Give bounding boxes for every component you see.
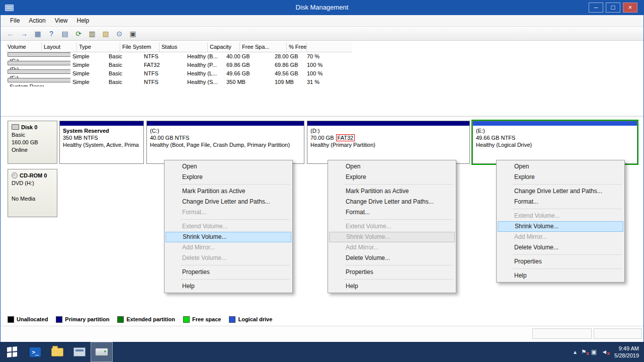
open-icon[interactable]: ▧ <box>100 28 112 39</box>
column-header[interactable]: Free Spa... <box>240 42 287 52</box>
taskbar-powershell-icon[interactable]: >_ <box>24 342 46 362</box>
volume-muted-icon[interactable]: ◄ × <box>601 349 607 355</box>
context-menu-item[interactable]: Open <box>329 161 455 172</box>
context-menu-item[interactable]: Help <box>329 281 455 292</box>
disk-management-window: Disk Management – □ × FileActionViewHelp… <box>0 0 644 342</box>
context-menu-item[interactable]: Extend Volume... <box>166 221 291 232</box>
disk-icon <box>12 124 19 130</box>
column-header[interactable]: File System <box>120 42 159 52</box>
context-menu-item[interactable]: Mark Partition as Active <box>329 186 455 197</box>
context-menu-item[interactable]: Format... <box>166 207 291 218</box>
disk-0-row: Disk 0 Basic 160.00 GB Online System Res… <box>8 121 636 164</box>
context-menu-item[interactable]: Delete Volume... <box>498 242 623 253</box>
context-menu-item[interactable]: Add Mirror... <box>166 242 291 253</box>
cd-rom-header[interactable]: CD-ROM 0 DVD (H:) No Media <box>8 169 57 217</box>
context-menu-item[interactable]: Extend Volume... <box>498 211 623 221</box>
partition-size: 350 MB NTFS <box>63 135 98 141</box>
context-menu-item[interactable]: Open <box>498 161 623 172</box>
context-menu-item <box>181 279 290 280</box>
context-menu-item[interactable]: Add Mirror... <box>498 232 623 242</box>
context-menu-item[interactable]: Open <box>166 161 291 172</box>
context-menu-item[interactable]: Shrink Volume... <box>498 221 623 232</box>
status-bar <box>1 326 643 341</box>
legend-swatch <box>56 316 62 323</box>
context-menu-item[interactable]: Format... <box>329 207 455 218</box>
context-menu-item[interactable]: Delete Volume... <box>166 253 291 263</box>
menu-bar-item[interactable]: View <box>50 15 72 27</box>
context-menu-item[interactable]: Explore <box>166 172 291 183</box>
menu-bar-item[interactable]: File <box>6 15 24 27</box>
window-controls: – □ × <box>589 3 637 13</box>
context-menu-item[interactable]: Properties <box>166 267 291 278</box>
menu-bar-item[interactable]: Help <box>72 15 94 27</box>
export-list-icon[interactable]: ▥ <box>86 28 98 39</box>
find-icon[interactable]: ⊙ <box>113 28 125 39</box>
volume-icon <box>8 52 70 57</box>
back-icon[interactable]: ← <box>5 28 17 39</box>
legend-item: Extended partition <box>117 316 175 323</box>
partition-block[interactable]: (C:) 40.00 GB NTFS Healthy (Boot, Page F… <box>146 121 304 164</box>
table-row[interactable]: (C:) Simple Basic NTFS Healthy (B... 40.… <box>6 52 352 61</box>
context-menu-item[interactable]: Change Drive Letter and Paths... <box>498 186 623 197</box>
maximize-button[interactable]: □ <box>606 3 620 13</box>
context-menu-item[interactable]: Properties <box>329 267 455 278</box>
help-icon[interactable]: ? <box>45 28 57 39</box>
context-menu-item[interactable]: Change Drive Letter and Paths... <box>329 197 455 207</box>
taskbar-clock[interactable]: 9:49 AM 5/28/2019 <box>611 345 639 359</box>
context-menu-item <box>181 265 290 265</box>
context-menu-item[interactable]: Properties <box>498 256 623 267</box>
context-menu-item[interactable]: Mark Partition as Active <box>166 186 291 197</box>
column-header[interactable]: Capacity <box>208 42 240 52</box>
hidden-icons-chevron-icon[interactable]: ▴ <box>574 349 577 355</box>
column-header[interactable]: Layout <box>42 42 77 52</box>
show-console-tree-icon[interactable]: ▦ <box>32 28 44 39</box>
start-button[interactable] <box>0 342 24 362</box>
taskbar-server-manager-icon[interactable] <box>68 342 91 362</box>
context-menu-item[interactable]: Extend Volume... <box>329 221 455 232</box>
context-menu-item <box>344 184 453 185</box>
close-button[interactable]: × <box>623 3 637 13</box>
column-header[interactable]: % Free <box>287 42 307 52</box>
context-menu-item[interactable]: Format... <box>498 197 623 207</box>
partition-block[interactable]: (D:) 70.00 GB FAT32 Healthy (Primary Par… <box>307 121 470 164</box>
column-header[interactable]: Status <box>159 42 208 52</box>
partition-block[interactable]: System Reserved 350 MB NTFS Healthy (Sys… <box>59 121 144 164</box>
context-menu-item[interactable]: Shrink Volume... <box>329 232 455 242</box>
context-menu-item <box>513 254 622 255</box>
properties-icon[interactable]: ▤ <box>59 28 71 39</box>
table-body: (C:) Simple Basic NTFS Healthy (B... 40.… <box>6 52 352 86</box>
refresh-icon[interactable]: ⟳ <box>72 28 85 39</box>
context-menu-item[interactable]: Help <box>498 270 623 281</box>
rescan-disks-icon[interactable]: ▣ <box>127 28 139 39</box>
column-header[interactable]: Volume <box>6 42 42 52</box>
window-title: Disk Management <box>1 0 643 15</box>
context-menu-item[interactable]: Add Mirror... <box>329 242 455 253</box>
table-row[interactable]: (E:) Simple Basic NTFS Healthy (L... 49.… <box>6 69 352 78</box>
context-menu-item[interactable]: Explore <box>329 172 455 183</box>
action-center-flag-icon[interactable]: ⚑ × <box>581 349 587 355</box>
taskbar-disk-management-icon[interactable] <box>91 342 113 362</box>
partition-status: Healthy (Primary Partition) <box>310 141 466 148</box>
taskbar-file-explorer-icon[interactable] <box>46 342 68 362</box>
column-header[interactable]: Type <box>77 42 120 52</box>
minimize-button[interactable]: – <box>589 3 603 13</box>
context-menu-item <box>513 268 622 269</box>
disk-0-header[interactable]: Disk 0 Basic 160.00 GB Online <box>8 121 57 164</box>
context-menu-item[interactable]: Help <box>166 281 291 292</box>
windows-logo-icon <box>7 346 17 357</box>
network-icon[interactable]: ▣ <box>591 349 597 355</box>
partition-strip: System Reserved 350 MB NTFS Healthy (Sys… <box>59 121 637 164</box>
context-menu-item[interactable]: Delete Volume... <box>329 253 455 263</box>
context-menu-item[interactable]: Explore <box>498 172 623 183</box>
context-menu-item <box>513 184 622 185</box>
title-bar: Disk Management – □ × <box>1 0 643 15</box>
partition-color-stripe <box>60 121 143 126</box>
table-row[interactable]: (D:) Simple Basic FAT32 Healthy (P... 69… <box>6 61 352 69</box>
menu-bar-item[interactable]: Action <box>24 15 50 27</box>
partition-block[interactable]: (E:) 49.66 GB NTFS Healthy (Logical Driv… <box>472 121 637 164</box>
context-menu-item[interactable]: Shrink Volume... <box>166 232 291 242</box>
table-row[interactable]: System Reserved Simple Basic NTFS Health… <box>6 78 352 86</box>
context-menu-item[interactable]: Change Drive Letter and Paths... <box>166 197 291 207</box>
forward-icon[interactable]: → <box>18 28 30 39</box>
volume-icon <box>8 61 70 65</box>
